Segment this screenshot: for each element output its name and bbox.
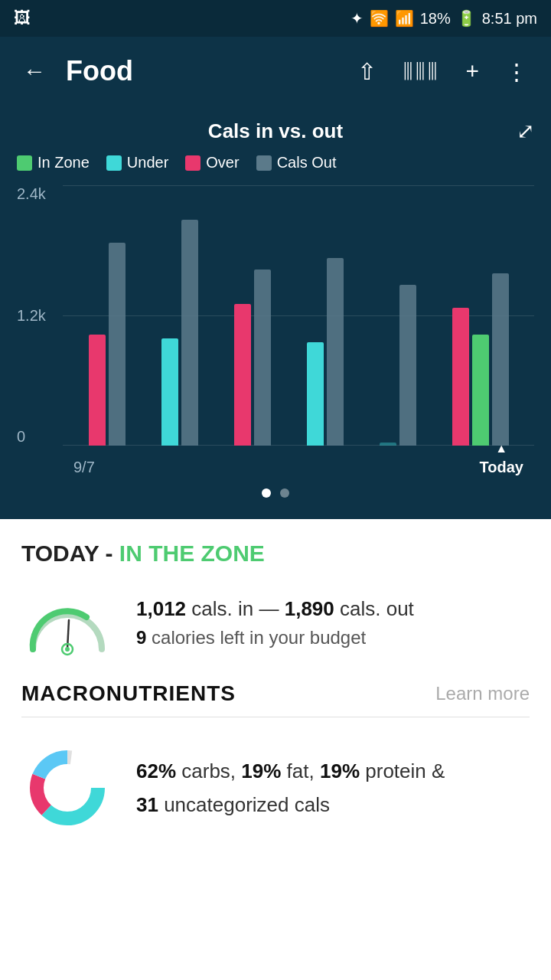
uncategorized-label: uncategorized cals: [164, 793, 330, 816]
legend-under: Under: [106, 154, 168, 172]
bar-pink-3: [234, 304, 251, 446]
gauge-svg: [21, 588, 113, 657]
bar-pink-1: [89, 335, 106, 446]
today-label: TODAY -: [21, 541, 119, 566]
x-axis: 9/7 Today: [63, 459, 534, 476]
y-label-top: 2.4k: [17, 185, 46, 203]
add-button[interactable]: +: [459, 52, 485, 90]
cals-out-unit: cals. out: [340, 597, 414, 620]
bar-group-today: [452, 273, 509, 446]
dot-1[interactable]: [262, 488, 271, 498]
legend-under-label: Under: [127, 154, 168, 172]
uncategorized-number: 31: [136, 793, 158, 816]
chart-area: 9/7 Today: [63, 185, 534, 476]
cals-out-number: 1,890: [285, 597, 334, 620]
clock: 8:51 pm: [482, 10, 537, 28]
bars-row: [63, 185, 534, 446]
bar-cyan-4: [307, 342, 324, 446]
pagination-dots: [17, 488, 534, 498]
cals-left-text: calories left in your budget: [152, 627, 366, 648]
gauge-row: 1,012 cals. in — 1,890 cals. out 9 calor…: [21, 588, 530, 657]
bar-gray-2: [181, 220, 198, 446]
svg-point-2: [65, 647, 70, 652]
dot-2[interactable]: [280, 488, 289, 498]
bar-group-4: [307, 258, 344, 446]
bar-green-today: [472, 335, 489, 446]
donut-info: 62% carbs, 19% fat, 19% protein & 31 unc…: [136, 754, 445, 822]
page-title: Food: [66, 55, 337, 87]
protein-pct: 19%: [320, 760, 360, 782]
x-label-1: 9/7: [73, 459, 95, 476]
learn-more-button[interactable]: Learn more: [435, 683, 530, 704]
bar-gray-5: [399, 285, 416, 446]
legend-cals-out-label: Cals Out: [277, 154, 337, 172]
bar-gray-4: [327, 258, 344, 446]
y-axis: 2.4k 1.2k 0: [17, 185, 46, 476]
under-color: [106, 155, 122, 171]
bar-tiny-5: [380, 443, 396, 446]
x-label-today: Today: [480, 459, 523, 476]
in-zone-color: [17, 155, 32, 171]
status-image-icon: 🖼: [14, 8, 31, 28]
macros-header: MACRONUTRIENTS Learn more: [21, 681, 530, 717]
carbs-label: carbs,: [181, 760, 236, 782]
chart-title: Cals in vs. out: [208, 119, 343, 143]
y-label-bot: 0: [17, 428, 46, 446]
in-zone-status: IN THE ZONE: [119, 541, 265, 566]
legend-in-zone: In Zone: [17, 154, 90, 172]
top-nav: ← Food ⇧ ⦀⦀⦀ + ⋮: [0, 37, 551, 106]
chart-legend: In Zone Under Over Cals Out: [17, 154, 534, 172]
gauge-chart: [21, 588, 113, 657]
today-status: TODAY - IN THE ZONE: [21, 541, 530, 567]
cals-left-number: 9: [136, 627, 146, 648]
share-button[interactable]: ⇧: [351, 52, 383, 91]
bar-gray-1: [109, 243, 126, 446]
bar-group-2: [161, 220, 198, 446]
protein-label: protein &: [365, 760, 445, 782]
legend-cals-out: Cals Out: [256, 154, 337, 172]
svg-point-7: [44, 765, 90, 811]
bar-chart: 2.4k 1.2k 0: [17, 185, 534, 476]
expand-icon[interactable]: ⤢: [517, 119, 534, 144]
battery-icon: 🔋: [457, 9, 476, 28]
signal-icon: 📶: [395, 9, 414, 28]
barcode-button[interactable]: ⦀⦀⦀: [396, 50, 445, 93]
donut-svg: [21, 742, 113, 834]
gauge-info: 1,012 cals. in — 1,890 cals. out 9 calor…: [136, 594, 414, 652]
carbs-pct: 62%: [136, 760, 176, 782]
donut-chart: [21, 742, 113, 834]
bar-group-5: [380, 285, 416, 446]
legend-over: Over: [185, 154, 239, 172]
bar-cyan-2: [161, 338, 178, 446]
fat-label: fat,: [287, 760, 315, 782]
battery-text: 18%: [420, 10, 451, 28]
content-section: TODAY - IN THE ZONE 1,012 cals. in —: [0, 519, 551, 855]
y-label-mid: 1.2k: [17, 307, 46, 325]
donut-row: 62% carbs, 19% fat, 19% protein & 31 unc…: [21, 734, 530, 855]
cals-in-number: 1,012: [136, 597, 186, 620]
legend-over-label: Over: [206, 154, 239, 172]
bluetooth-icon: ✦: [350, 9, 364, 28]
over-color: [185, 155, 201, 171]
back-button[interactable]: ←: [17, 52, 52, 90]
cals-in-unit: cals. in: [191, 597, 253, 620]
cals-dash: —: [259, 597, 279, 620]
bar-group-1: [89, 243, 126, 446]
status-bar: 🖼 ✦ 🛜 📶 18% 🔋 8:51 pm: [0, 0, 551, 37]
wifi-icon: 🛜: [370, 9, 389, 28]
bar-gray-today: [492, 273, 509, 446]
bar-gray-3: [254, 270, 271, 446]
macros-title: MACRONUTRIENTS: [21, 681, 236, 706]
more-button[interactable]: ⋮: [499, 52, 534, 91]
cals-out-color: [256, 155, 272, 171]
chart-section: Cals in vs. out ⤢ In Zone Under Over Cal…: [0, 106, 551, 519]
bar-pink-today: [452, 308, 469, 446]
legend-in-zone-label: In Zone: [37, 154, 90, 172]
bar-group-3: [234, 270, 271, 446]
fat-pct: 19%: [241, 760, 281, 782]
